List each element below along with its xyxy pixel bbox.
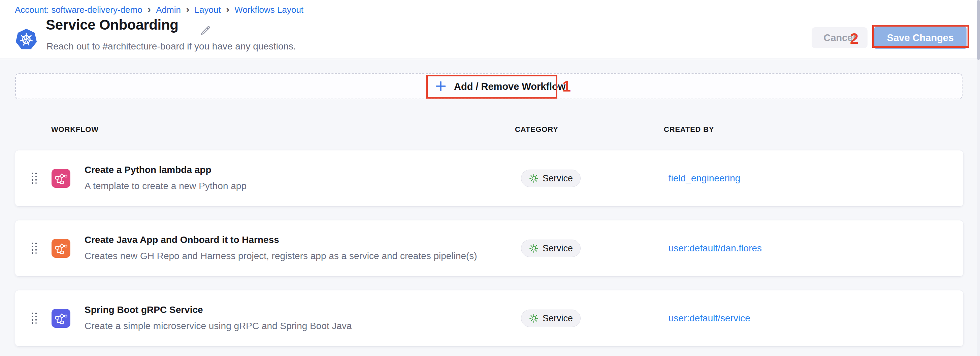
breadcrumb-separator-icon: › — [186, 4, 189, 16]
plus-icon — [435, 81, 447, 93]
drag-handle-icon[interactable] — [32, 313, 37, 324]
breadcrumb-layout[interactable]: Layout — [195, 4, 221, 16]
workflow-title: Spring Boot gRPC Service — [84, 304, 203, 315]
category-label: Service — [542, 173, 573, 184]
workflow-row: Spring Boot gRPC Service Create a simple… — [15, 290, 963, 346]
column-header-created-by: CREATED BY — [664, 125, 714, 134]
page-title: Service Onboarding — [46, 17, 178, 33]
kubernetes-logo-icon — [15, 28, 38, 51]
breadcrumb-admin[interactable]: Admin — [156, 4, 181, 16]
drag-handle-icon[interactable] — [32, 243, 37, 254]
page-subtitle: Reach out to #architecture-board if you … — [46, 41, 296, 52]
workflow-tile-icon — [51, 169, 70, 188]
cancel-button[interactable]: Cancel — [811, 27, 867, 48]
workflow-row: Create a Python lambda app A template to… — [15, 150, 963, 206]
workflow-tile-icon — [51, 239, 70, 258]
workflow-description: A template to create a new Python app — [84, 181, 247, 191]
workflow-description: Create a simple microservice using gRPC … — [84, 321, 352, 331]
breadcrumb-account[interactable]: Account: software-delivery-demo — [15, 4, 142, 16]
category-chip: Service — [521, 240, 581, 257]
workflow-title: Create a Python lambda app — [84, 165, 212, 175]
workflow-tile-icon — [51, 309, 70, 328]
category-label: Service — [542, 243, 573, 254]
created-by-link[interactable]: user:default/service — [668, 290, 750, 346]
workflow-row: Create Java App and Onboard it to Harnes… — [15, 220, 963, 276]
category-chip: Service — [521, 310, 581, 327]
scrollbar-thumb[interactable] — [977, 0, 980, 60]
created-by-link[interactable]: field_engineering — [668, 150, 740, 206]
drag-handle-icon[interactable] — [32, 172, 37, 184]
gear-icon — [529, 313, 539, 323]
category-chip: Service — [521, 169, 581, 187]
breadcrumb-workflows-layout[interactable]: Workflows Layout — [234, 4, 304, 16]
breadcrumb-separator-icon: › — [226, 4, 230, 16]
created-by-link[interactable]: user:default/dan.flores — [668, 220, 762, 276]
add-remove-workflow-button[interactable]: Add / Remove Workflow — [430, 76, 570, 97]
edit-title-pencil-icon[interactable] — [199, 24, 212, 36]
workflow-title: Create Java App and Onboard it to Harnes… — [84, 234, 279, 245]
column-header-workflow: WORKFLOW — [51, 125, 99, 134]
add-remove-workflow-label: Add / Remove Workflow — [454, 81, 565, 92]
save-changes-button[interactable]: Save Changes — [874, 26, 967, 49]
gear-icon — [529, 173, 539, 184]
workflow-description: Creates new GH Repo and Harness project,… — [84, 251, 477, 261]
page-header: Account: software-delivery-demo › Admin … — [0, 0, 980, 59]
breadcrumb-separator-icon: › — [148, 4, 151, 16]
breadcrumb: Account: software-delivery-demo › Admin … — [15, 4, 304, 16]
scrollbar-track[interactable] — [977, 0, 980, 356]
gear-icon — [529, 243, 539, 253]
category-label: Service — [542, 313, 573, 324]
column-header-category: CATEGORY — [515, 125, 558, 134]
